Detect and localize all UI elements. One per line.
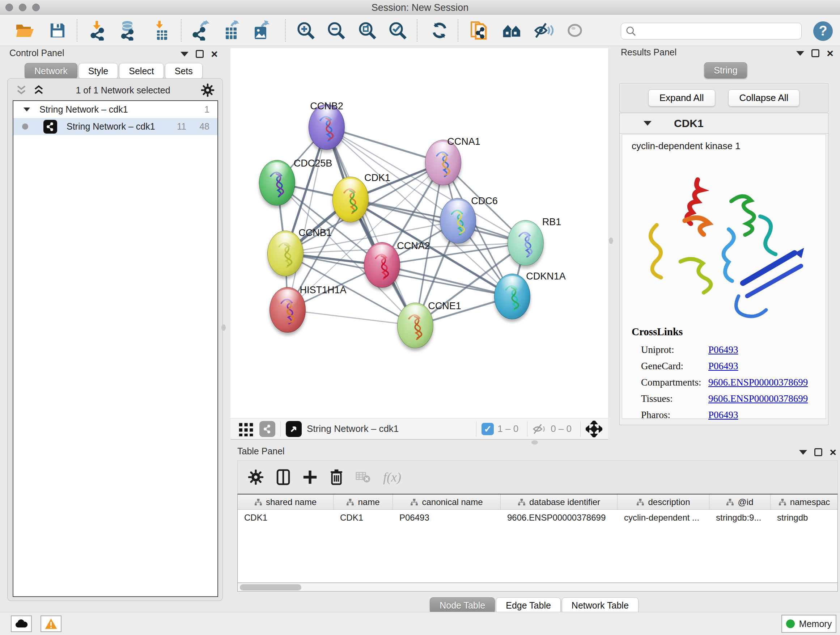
crosslink-value-link[interactable]: 9606.ENSP00000378699: [708, 377, 808, 388]
show-columns-icon[interactable]: [276, 469, 291, 486]
collapse-all-networks-icon[interactable]: [16, 85, 28, 96]
search-field[interactable]: [621, 23, 802, 40]
tab-select[interactable]: Select: [119, 63, 164, 79]
table-settings-gear-icon[interactable]: [248, 469, 264, 485]
zoom-in-button[interactable]: [294, 20, 317, 41]
network-collection-row[interactable]: String Network – cdk1 1: [13, 101, 218, 118]
node-CDC25B[interactable]: [259, 160, 295, 206]
apply-layout-button[interactable]: [428, 20, 451, 41]
node-CCNB1[interactable]: [267, 231, 303, 276]
network-options-gear-icon[interactable]: [201, 83, 215, 97]
cloud-status-button[interactable]: [11, 616, 32, 632]
tab-network[interactable]: Network: [25, 63, 77, 79]
node-CDC6[interactable]: [440, 198, 476, 244]
table-cell: cyclin-dependent ...: [617, 510, 709, 526]
column-header-canonical-name[interactable]: canonical name: [393, 494, 501, 509]
collapse-panel-icon[interactable]: [180, 52, 188, 57]
table-horizontal-scrollbar[interactable]: [237, 583, 838, 592]
float-panel-icon[interactable]: [196, 50, 204, 58]
column-header-description[interactable]: description: [617, 494, 709, 509]
node-CDK1[interactable]: [332, 177, 369, 222]
window-title: Session: New Session: [0, 2, 840, 13]
network-share-view-icon[interactable]: [259, 421, 275, 437]
float-panel-icon[interactable]: [812, 49, 819, 57]
memory-button[interactable]: Memory: [782, 615, 836, 633]
show-all-button[interactable]: [564, 20, 586, 41]
import-network-from-file-button[interactable]: [87, 20, 109, 41]
tab-sets[interactable]: Sets: [165, 63, 202, 79]
zoom-selected-button[interactable]: [386, 20, 409, 41]
create-column-plus-icon[interactable]: [303, 470, 317, 485]
node-label-CCNE1: CCNE1: [428, 301, 461, 312]
float-panel-icon[interactable]: [814, 448, 822, 456]
grid-view-icon[interactable]: [238, 421, 254, 437]
import-table-from-file-button[interactable]: [149, 20, 172, 41]
zoom-fit-button[interactable]: [356, 20, 378, 41]
tab-network-table[interactable]: Network Table: [562, 597, 638, 614]
tab-node-table[interactable]: Node Table: [430, 597, 495, 614]
expand-all-button[interactable]: Expand All: [648, 89, 715, 106]
export-image-button[interactable]: [249, 20, 272, 41]
selected-checkbox-icon[interactable]: ✓: [482, 423, 494, 435]
birds-eye-view-icon[interactable]: [286, 421, 302, 437]
column-header--id[interactable]: @id: [709, 494, 771, 509]
crosslink-value-link[interactable]: P06493: [708, 409, 738, 421]
close-panel-icon[interactable]: ×: [211, 50, 218, 58]
collapse-panel-icon[interactable]: [799, 450, 807, 455]
toolbar-separator: [77, 19, 77, 42]
crosslink-row: Pharos:P06493: [641, 407, 818, 423]
edge-CCNB2-CCNE1[interactable]: [327, 127, 415, 325]
node-RB1[interactable]: [508, 220, 544, 266]
open-session-button[interactable]: [14, 20, 36, 41]
delete-column-trash-icon[interactable]: [330, 469, 343, 486]
help-button[interactable]: ?: [813, 21, 833, 41]
left-splitter-handle[interactable]: [221, 325, 226, 331]
gene-section-header[interactable]: CDK1: [620, 113, 828, 134]
import-network-icon: [89, 20, 107, 41]
scrollbar-thumb[interactable]: [240, 584, 302, 591]
crosslink-value-link[interactable]: 9606.ENSP00000378699: [708, 393, 808, 404]
node-table: shared namenamecanonical namedatabase id…: [237, 494, 838, 583]
gene-expand-caret-icon[interactable]: [644, 121, 652, 126]
zoom-out-button[interactable]: [325, 20, 347, 41]
table-type-tabs: Node TableEdge TableNetwork Table: [234, 597, 835, 614]
column-header-namespac[interactable]: namespac: [771, 494, 838, 509]
export-network-button[interactable]: [189, 20, 212, 41]
function-builder-icon: f(x): [383, 470, 401, 485]
network-row[interactable]: String Network – cdk1 11 48: [13, 118, 218, 135]
crosslink-row: Tissues:9606.ENSP00000378699: [641, 391, 818, 407]
node-label-RB1: RB1: [542, 217, 561, 228]
results-panel: Results Panel × String Expand All Collap…: [613, 47, 838, 440]
hide-selected-button[interactable]: [532, 20, 555, 41]
collapse-panel-icon[interactable]: [796, 51, 804, 56]
bottom-splitter-handle[interactable]: [531, 440, 538, 445]
node-CDKN1A[interactable]: [494, 274, 531, 319]
export-table-button[interactable]: [220, 20, 242, 41]
save-session-button[interactable]: [46, 20, 69, 41]
network-canvas[interactable]: CCNB2CCNA1CDC25BCDK1CDC6RB1CCNB1CCNA2CDK…: [231, 48, 608, 418]
edge-HIST1H1A-CCNE1[interactable]: [287, 310, 415, 325]
column-header-shared-name[interactable]: shared name: [238, 494, 333, 509]
warnings-button[interactable]: [41, 616, 62, 632]
close-panel-icon[interactable]: ×: [827, 49, 834, 57]
table-row[interactable]: CDK1CDK1P064939606.ENSP00000378699cyclin…: [238, 510, 837, 526]
search-input[interactable]: [636, 24, 801, 38]
crosslink-value-link[interactable]: P06493: [708, 344, 738, 356]
collection-expand-caret-icon[interactable]: [24, 108, 30, 111]
pan-crosshair-icon[interactable]: [586, 421, 602, 437]
crosslink-label: Compartments:: [641, 377, 708, 388]
edge-CCNB2-HIST1H1A[interactable]: [287, 127, 327, 310]
crosslink-value-link[interactable]: P06493: [708, 361, 738, 372]
node-CCNA2[interactable]: [364, 242, 400, 288]
expand-all-networks-icon[interactable]: [33, 85, 45, 96]
column-header-name[interactable]: name: [333, 494, 393, 509]
close-panel-icon[interactable]: ×: [829, 448, 836, 456]
tab-edge-table[interactable]: Edge Table: [496, 597, 561, 614]
collapse-all-button[interactable]: Collapse All: [728, 89, 800, 106]
first-neighbors-button[interactable]: [501, 20, 523, 41]
import-network-from-database-button[interactable]: [117, 20, 139, 41]
tab-string[interactable]: String: [704, 62, 747, 79]
network-from-document-button[interactable]: [468, 20, 491, 41]
tab-style[interactable]: Style: [79, 63, 118, 79]
column-header-database-identifier[interactable]: database identifier: [501, 494, 617, 509]
